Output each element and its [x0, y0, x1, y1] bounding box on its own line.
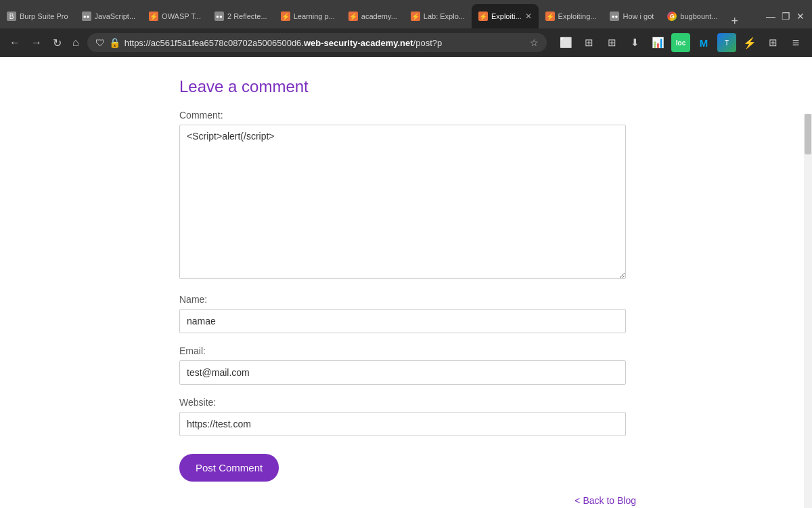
apps-icon[interactable]: ⊞	[602, 33, 621, 52]
address-bar: ← → ↻ ⌂ 🛡 🔒 https://ac561f5a1fea6578c087…	[0, 28, 812, 57]
tab-favicon-exploiting: ⚡	[545, 12, 555, 21]
tab-favicon-bugbounty: G	[667, 12, 677, 21]
page-inner: Leave a comment Comment: <Script>alert(/…	[0, 57, 650, 508]
page-content: ▲ ▼ Leave a comment Comment: <Script>ale…	[0, 57, 812, 508]
tab-label-academy: academy...	[361, 12, 397, 20]
reload-button[interactable]: ↻	[50, 34, 64, 52]
tab-label-exploiting: Exploiting...	[558, 12, 597, 20]
comment-label: Comment:	[179, 110, 650, 121]
minimize-button[interactable]: —	[766, 12, 775, 21]
tab-owasp[interactable]: ⚡ OWASP T...	[142, 4, 208, 28]
ms-account-icon[interactable]: M	[694, 33, 713, 52]
loca-ext-icon[interactable]: loc	[671, 33, 690, 52]
save-icon[interactable]: ⬇	[625, 33, 644, 52]
comment-form-group: Comment: <Script>alert(/script>	[179, 110, 650, 282]
screenshot-icon[interactable]: ⊞	[579, 33, 598, 52]
edge-translate-icon[interactable]: T	[717, 33, 736, 52]
tab-bugbounty[interactable]: G bugbount...	[660, 4, 724, 28]
name-form-group: Name:	[179, 294, 650, 333]
scrollbar-thumb[interactable]	[805, 114, 811, 154]
url-bar[interactable]: 🛡 🔒 https://ac561f5a1fea6578c08702a50065…	[87, 33, 547, 52]
reader-icon[interactable]: ⬜	[556, 33, 575, 52]
home-button[interactable]: ⌂	[70, 34, 82, 51]
url-pre: https://ac561f5a1fea6578c08702a5006500d6…	[125, 38, 304, 48]
tab-favicon-howigot: ●●	[610, 12, 619, 21]
tab-label-owasp: OWASP T...	[162, 12, 201, 20]
tab-favicon-burp: B	[7, 12, 16, 21]
tab-label-lab: Lab: Explo...	[424, 12, 465, 20]
email-form-group: Email:	[179, 345, 650, 385]
shield-icon: 🛡	[95, 37, 105, 48]
email-label: Email:	[179, 345, 650, 356]
tab-favicon-academy: ⚡	[348, 12, 358, 21]
section-title: Leave a comment	[179, 77, 650, 96]
tab-label-bugbounty: bugbount...	[680, 12, 717, 20]
tab-favicon-owasp: ⚡	[149, 12, 158, 21]
tab-label-exploit: Exploiti...	[491, 12, 522, 20]
tab-exploit[interactable]: ⚡ Exploiti... ✕	[472, 4, 539, 28]
back-button[interactable]: ←	[7, 34, 23, 51]
window-controls: — ❐ ✕	[759, 4, 812, 28]
name-input[interactable]	[179, 309, 626, 333]
lock-icon: 🔒	[109, 37, 120, 48]
back-to-blog-link[interactable]: < Back to Blog	[179, 495, 650, 506]
comment-textarea[interactable]: <Script>alert(/script>	[179, 125, 626, 279]
forward-button[interactable]: →	[28, 34, 45, 51]
new-tab-button[interactable]: +	[724, 14, 745, 28]
toolbar-icons: ⬜ ⊞ ⊞ ⬇ 📊 loc M T ⚡ ⊞ ≡	[552, 33, 805, 52]
url-post: /post?p	[413, 38, 443, 48]
name-label: Name:	[179, 294, 650, 305]
scrollbar[interactable]: ▲ ▼	[804, 114, 812, 508]
tab-favicon-exploit: ⚡	[478, 12, 488, 21]
tab-js[interactable]: ●● JavaScript...	[75, 4, 143, 28]
tab-academy[interactable]: ⚡ academy...	[342, 4, 404, 28]
readwise-icon[interactable]: 📊	[648, 33, 667, 52]
maximize-button[interactable]: ❐	[781, 12, 790, 21]
tab-favicon-js: ●●	[82, 12, 91, 21]
tab-label-howigot: How i got	[623, 12, 654, 20]
website-label: Website:	[179, 397, 650, 408]
tab-bar: B Burp Suite Pro ●● JavaScript... ⚡ OWAS…	[0, 0, 812, 28]
post-comment-button[interactable]: Post Comment	[179, 454, 279, 482]
url-text: https://ac561f5a1fea6578c08702a5006500d6…	[125, 38, 526, 48]
tab-label-burp: Burp Suite Pro	[20, 12, 68, 20]
website-form-group: Website:	[179, 397, 650, 436]
tab-exploiting[interactable]: ⚡ Exploiting...	[539, 4, 604, 28]
tab-close-exploit[interactable]: ✕	[525, 12, 532, 21]
tab-favicon-lab: ⚡	[411, 12, 420, 21]
bookmark-icon[interactable]: ☆	[530, 37, 539, 48]
website-input[interactable]	[179, 412, 626, 436]
tab-lab[interactable]: ⚡ Lab: Explo...	[404, 4, 472, 28]
burp-ext-icon[interactable]: ⚡	[740, 33, 759, 52]
tab-label-learning: Learning p...	[294, 12, 335, 20]
extensions-icon[interactable]: ⊞	[763, 33, 782, 52]
tab-burp[interactable]: B Burp Suite Pro	[0, 4, 75, 28]
tab-reflect[interactable]: ●● 2 Reflecte...	[208, 4, 274, 28]
close-window-button[interactable]: ✕	[796, 12, 805, 21]
tab-howigot[interactable]: ●● How i got	[603, 4, 660, 28]
email-input[interactable]	[179, 360, 626, 385]
menu-button[interactable]: ≡	[786, 33, 805, 52]
url-domain: web-security-academy.net	[304, 38, 413, 48]
tab-learning[interactable]: ⚡ Learning p...	[274, 4, 342, 28]
tab-favicon-reflect: ●●	[215, 12, 224, 21]
tab-favicon-learning: ⚡	[281, 12, 290, 21]
tab-label-js: JavaScript...	[95, 12, 136, 20]
tab-label-reflect: 2 Reflecte...	[227, 12, 267, 20]
